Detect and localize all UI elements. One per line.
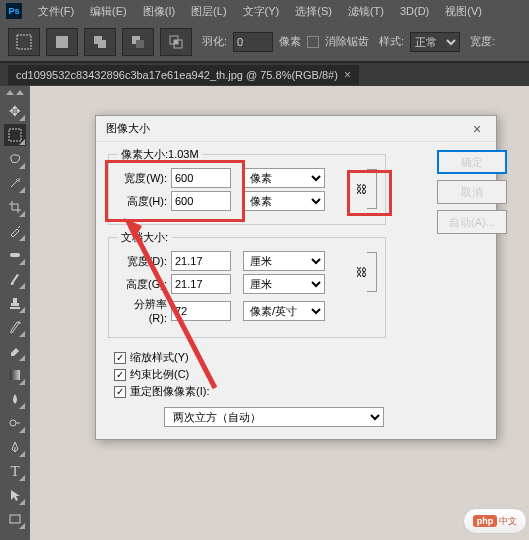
pixel-width-label: 宽度(W): — [117, 171, 171, 186]
svg-rect-3 — [98, 40, 106, 48]
ok-button[interactable]: 确定 — [437, 150, 507, 174]
pixel-height-unit-select[interactable]: 像素 — [243, 191, 325, 211]
menu-type[interactable]: 文字(Y) — [235, 2, 288, 21]
pixel-height-label: 高度(H): — [117, 194, 171, 209]
close-icon[interactable]: × — [344, 68, 351, 82]
path-select-tool-icon[interactable] — [4, 484, 26, 506]
menu-filter[interactable]: 滤镜(T) — [340, 2, 392, 21]
tool-palette: ✥ T — [0, 86, 30, 531]
document-tab-title: cd1099532c83432896c3ba17e61ea942_th.jpg … — [16, 69, 338, 81]
resample-label: 重定图像像素(I): — [130, 384, 209, 399]
php-watermark: php中文 — [463, 508, 527, 534]
pixel-width-unit-select[interactable]: 像素 — [243, 168, 325, 188]
selection-new-icon[interactable] — [46, 28, 78, 56]
pixel-width-input[interactable] — [171, 168, 231, 188]
svg-rect-8 — [174, 40, 178, 44]
history-brush-tool-icon[interactable] — [4, 316, 26, 338]
menu-select[interactable]: 选择(S) — [287, 2, 340, 21]
pixel-dimensions-legend: 像素大小:1.03M — [117, 147, 203, 162]
menu-view[interactable]: 视图(V) — [437, 2, 490, 21]
pixel-height-input[interactable] — [171, 191, 231, 211]
svg-rect-1 — [56, 36, 68, 48]
doc-link-bracket — [367, 252, 377, 292]
document-tab[interactable]: cd1099532c83432896c3ba17e61ea942_th.jpg … — [8, 65, 359, 85]
eyedropper-tool-icon[interactable] — [4, 220, 26, 242]
pen-tool-icon[interactable] — [4, 436, 26, 458]
svg-rect-13 — [10, 515, 20, 523]
doc-width-unit-select[interactable]: 厘米 — [243, 251, 325, 271]
option-bar: 羽化: 像素 消除锯齿 样式: 正常 宽度: — [0, 22, 529, 62]
crop-tool-icon[interactable] — [4, 196, 26, 218]
menu-file[interactable]: 文件(F) — [30, 2, 82, 21]
eraser-tool-icon[interactable] — [4, 340, 26, 362]
wand-tool-icon[interactable] — [4, 172, 26, 194]
menu-layer[interactable]: 图层(L) — [183, 2, 234, 21]
svg-rect-0 — [17, 35, 31, 49]
menubar: Ps 文件(F) 编辑(E) 图像(I) 图层(L) 文字(Y) 选择(S) 滤… — [0, 0, 529, 22]
feather-label: 羽化: — [202, 34, 227, 49]
link-icon[interactable]: ⛓ — [356, 266, 367, 278]
resample-checkbox[interactable]: ✓ — [114, 386, 126, 398]
dialog-title: 图像大小 — [106, 121, 150, 136]
menu-image[interactable]: 图像(I) — [135, 2, 183, 21]
scale-styles-checkbox[interactable]: ✓ — [114, 352, 126, 364]
doc-height-label: 高度(G): — [117, 277, 171, 292]
doc-height-input[interactable] — [171, 274, 231, 294]
interpolation-select[interactable]: 两次立方（自动） — [164, 407, 384, 427]
antialias-checkbox[interactable] — [307, 36, 319, 48]
resolution-unit-select[interactable]: 像素/英寸 — [243, 301, 325, 321]
dialog-titlebar[interactable]: 图像大小 × — [96, 116, 496, 142]
cancel-button[interactable]: 取消 — [437, 180, 507, 204]
auto-button[interactable]: 自动(A)... — [437, 210, 507, 234]
feather-input[interactable] — [233, 32, 273, 52]
style-select[interactable]: 正常 — [410, 32, 460, 52]
stamp-tool-icon[interactable] — [4, 292, 26, 314]
menu-3d[interactable]: 3D(D) — [392, 3, 437, 19]
style-label: 样式: — [379, 34, 404, 49]
constrain-checkbox[interactable]: ✓ — [114, 369, 126, 381]
selection-subtract-icon[interactable] — [122, 28, 154, 56]
constrain-label: 约束比例(C) — [130, 367, 189, 382]
collapse-icon[interactable] — [6, 90, 14, 95]
pixel-link-bracket — [367, 169, 377, 209]
feather-unit: 像素 — [279, 34, 301, 49]
marquee-tool-preset-icon[interactable] — [8, 28, 40, 56]
dodge-tool-icon[interactable] — [4, 412, 26, 434]
shape-tool-icon[interactable] — [4, 508, 26, 530]
doc-height-unit-select[interactable]: 厘米 — [243, 274, 325, 294]
menu-edit[interactable]: 编辑(E) — [82, 2, 135, 21]
lasso-tool-icon[interactable] — [4, 148, 26, 170]
resolution-label: 分辨率(R): — [117, 297, 171, 324]
brush-tool-icon[interactable] — [4, 268, 26, 290]
antialias-label: 消除锯齿 — [325, 34, 369, 49]
close-icon[interactable]: × — [464, 119, 490, 139]
resolution-input[interactable] — [171, 301, 231, 321]
move-tool-icon[interactable]: ✥ — [4, 100, 26, 122]
doc-width-label: 宽度(D): — [117, 254, 171, 269]
selection-add-icon[interactable] — [84, 28, 116, 56]
link-icon[interactable]: ⛓ — [356, 183, 367, 195]
document-tab-bar: cd1099532c83432896c3ba17e61ea942_th.jpg … — [0, 62, 529, 86]
document-size-legend: 文档大小: — [117, 230, 172, 245]
collapse-icon[interactable] — [16, 90, 24, 95]
blur-tool-icon[interactable] — [4, 388, 26, 410]
heal-tool-icon[interactable] — [4, 244, 26, 266]
scale-styles-label: 缩放样式(Y) — [130, 350, 189, 365]
selection-intersect-icon[interactable] — [160, 28, 192, 56]
doc-width-input[interactable] — [171, 251, 231, 271]
svg-rect-10 — [10, 253, 20, 257]
marquee-tool-icon[interactable] — [4, 124, 26, 146]
width-label: 宽度: — [470, 34, 495, 49]
svg-point-12 — [10, 420, 16, 426]
svg-rect-5 — [136, 40, 144, 48]
ps-logo-icon: Ps — [6, 3, 22, 19]
type-tool-icon[interactable]: T — [4, 460, 26, 482]
gradient-tool-icon[interactable] — [4, 364, 26, 386]
